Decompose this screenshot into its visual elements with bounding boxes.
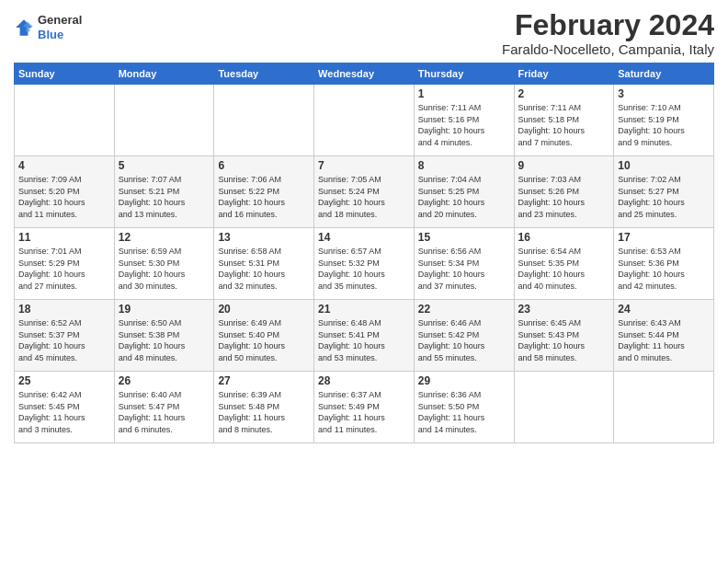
day-cell: 9Sunrise: 7:03 AM Sunset: 5:26 PM Daylig… <box>514 156 614 228</box>
day-cell: 4Sunrise: 7:09 AM Sunset: 5:20 PM Daylig… <box>15 156 115 228</box>
week-row-2: 11Sunrise: 7:01 AM Sunset: 5:29 PM Dayli… <box>15 228 714 300</box>
calendar-table: Sunday Monday Tuesday Wednesday Thursday… <box>14 63 714 443</box>
day-number: 5 <box>119 159 210 172</box>
day-cell: 2Sunrise: 7:11 AM Sunset: 5:18 PM Daylig… <box>514 85 614 156</box>
day-info: Sunrise: 6:52 AM Sunset: 5:37 PM Dayligh… <box>18 317 110 363</box>
day-number: 3 <box>618 87 710 100</box>
day-number: 16 <box>518 231 610 244</box>
col-thursday: Thursday <box>414 63 514 85</box>
day-number: 29 <box>418 374 510 387</box>
day-info: Sunrise: 7:01 AM Sunset: 5:29 PM Dayligh… <box>18 246 110 292</box>
day-cell: 26Sunrise: 6:40 AM Sunset: 5:47 PM Dayli… <box>114 372 214 443</box>
day-number: 18 <box>18 303 110 316</box>
day-cell: 14Sunrise: 6:57 AM Sunset: 5:32 PM Dayli… <box>314 228 415 300</box>
day-info: Sunrise: 6:54 AM Sunset: 5:35 PM Dayligh… <box>518 246 610 292</box>
day-number: 1 <box>418 87 510 100</box>
day-info: Sunrise: 7:02 AM Sunset: 5:27 PM Dayligh… <box>618 174 710 220</box>
day-info: Sunrise: 7:11 AM Sunset: 5:16 PM Dayligh… <box>418 102 510 148</box>
day-cell: 17Sunrise: 6:53 AM Sunset: 5:36 PM Dayli… <box>614 228 714 300</box>
logo-text: General Blue <box>38 13 82 41</box>
day-info: Sunrise: 6:48 AM Sunset: 5:41 PM Dayligh… <box>318 317 410 363</box>
day-info: Sunrise: 6:43 AM Sunset: 5:44 PM Dayligh… <box>618 317 710 363</box>
day-info: Sunrise: 6:58 AM Sunset: 5:31 PM Dayligh… <box>218 246 310 292</box>
day-number: 7 <box>318 159 410 172</box>
day-cell: 16Sunrise: 6:54 AM Sunset: 5:35 PM Dayli… <box>514 228 614 300</box>
col-sunday: Sunday <box>15 63 115 85</box>
day-number: 26 <box>119 374 210 387</box>
day-number: 6 <box>218 159 310 172</box>
day-info: Sunrise: 6:57 AM Sunset: 5:32 PM Dayligh… <box>318 246 410 292</box>
header-section: General Blue February 2024 Faraldo-Nocel… <box>14 9 714 57</box>
day-info: Sunrise: 6:50 AM Sunset: 5:38 PM Dayligh… <box>119 317 210 363</box>
day-cell <box>214 85 314 156</box>
day-number: 24 <box>618 303 710 316</box>
day-info: Sunrise: 7:04 AM Sunset: 5:25 PM Dayligh… <box>418 174 510 220</box>
day-number: 2 <box>518 87 610 100</box>
day-number: 12 <box>119 231 210 244</box>
day-info: Sunrise: 7:10 AM Sunset: 5:19 PM Dayligh… <box>618 102 710 148</box>
day-number: 25 <box>18 374 110 387</box>
day-cell: 23Sunrise: 6:45 AM Sunset: 5:43 PM Dayli… <box>514 300 614 372</box>
day-cell: 12Sunrise: 6:59 AM Sunset: 5:30 PM Dayli… <box>114 228 214 300</box>
day-info: Sunrise: 7:03 AM Sunset: 5:26 PM Dayligh… <box>518 174 610 220</box>
day-info: Sunrise: 7:07 AM Sunset: 5:21 PM Dayligh… <box>119 174 210 220</box>
col-saturday: Saturday <box>614 63 714 85</box>
day-cell <box>514 372 614 443</box>
day-cell: 19Sunrise: 6:50 AM Sunset: 5:38 PM Dayli… <box>114 300 214 372</box>
day-cell <box>614 372 714 443</box>
calendar-header: Sunday Monday Tuesday Wednesday Thursday… <box>15 63 714 85</box>
day-cell: 25Sunrise: 6:42 AM Sunset: 5:45 PM Dayli… <box>15 372 115 443</box>
day-number: 14 <box>318 231 410 244</box>
col-wednesday: Wednesday <box>314 63 415 85</box>
header-row: Sunday Monday Tuesday Wednesday Thursday… <box>15 63 714 85</box>
day-info: Sunrise: 6:37 AM Sunset: 5:49 PM Dayligh… <box>318 389 410 435</box>
day-cell <box>314 85 415 156</box>
col-tuesday: Tuesday <box>214 63 314 85</box>
day-number: 15 <box>418 231 510 244</box>
week-row-0: 1Sunrise: 7:11 AM Sunset: 5:16 PM Daylig… <box>15 85 714 156</box>
day-info: Sunrise: 6:46 AM Sunset: 5:42 PM Dayligh… <box>418 317 510 363</box>
logo-icon <box>14 17 34 38</box>
day-cell: 8Sunrise: 7:04 AM Sunset: 5:25 PM Daylig… <box>414 156 514 228</box>
day-cell: 21Sunrise: 6:48 AM Sunset: 5:41 PM Dayli… <box>314 300 415 372</box>
main-container: General Blue February 2024 Faraldo-Nocel… <box>0 0 728 448</box>
day-info: Sunrise: 6:42 AM Sunset: 5:45 PM Dayligh… <box>18 389 110 435</box>
calendar-body: 1Sunrise: 7:11 AM Sunset: 5:16 PM Daylig… <box>15 85 714 443</box>
day-cell: 27Sunrise: 6:39 AM Sunset: 5:48 PM Dayli… <box>214 372 314 443</box>
day-cell: 10Sunrise: 7:02 AM Sunset: 5:27 PM Dayli… <box>614 156 714 228</box>
day-cell: 28Sunrise: 6:37 AM Sunset: 5:49 PM Dayli… <box>314 372 415 443</box>
col-monday: Monday <box>114 63 214 85</box>
day-info: Sunrise: 6:45 AM Sunset: 5:43 PM Dayligh… <box>518 317 610 363</box>
day-cell: 5Sunrise: 7:07 AM Sunset: 5:21 PM Daylig… <box>114 156 214 228</box>
day-number: 13 <box>218 231 310 244</box>
day-info: Sunrise: 6:53 AM Sunset: 5:36 PM Dayligh… <box>618 246 710 292</box>
day-info: Sunrise: 6:49 AM Sunset: 5:40 PM Dayligh… <box>218 317 310 363</box>
day-cell: 29Sunrise: 6:36 AM Sunset: 5:50 PM Dayli… <box>414 372 514 443</box>
day-number: 20 <box>218 303 310 316</box>
day-info: Sunrise: 7:09 AM Sunset: 5:20 PM Dayligh… <box>18 174 110 220</box>
logo-general: General <box>38 13 82 28</box>
day-info: Sunrise: 6:59 AM Sunset: 5:30 PM Dayligh… <box>119 246 210 292</box>
title-block: February 2024 Faraldo-Nocelleto, Campani… <box>502 9 714 57</box>
day-cell <box>15 85 115 156</box>
logo-blue: Blue <box>38 28 82 42</box>
day-cell: 6Sunrise: 7:06 AM Sunset: 5:22 PM Daylig… <box>214 156 314 228</box>
main-title: February 2024 <box>502 9 714 41</box>
day-number: 4 <box>18 159 110 172</box>
week-row-4: 25Sunrise: 6:42 AM Sunset: 5:45 PM Dayli… <box>15 372 714 443</box>
day-info: Sunrise: 7:05 AM Sunset: 5:24 PM Dayligh… <box>318 174 410 220</box>
day-number: 11 <box>18 231 110 244</box>
day-number: 10 <box>618 159 710 172</box>
week-row-3: 18Sunrise: 6:52 AM Sunset: 5:37 PM Dayli… <box>15 300 714 372</box>
day-number: 27 <box>218 374 310 387</box>
day-cell: 7Sunrise: 7:05 AM Sunset: 5:24 PM Daylig… <box>314 156 415 228</box>
day-cell: 18Sunrise: 6:52 AM Sunset: 5:37 PM Dayli… <box>15 300 115 372</box>
day-number: 8 <box>418 159 510 172</box>
day-cell: 3Sunrise: 7:10 AM Sunset: 5:19 PM Daylig… <box>614 85 714 156</box>
day-cell: 22Sunrise: 6:46 AM Sunset: 5:42 PM Dayli… <box>414 300 514 372</box>
week-row-1: 4Sunrise: 7:09 AM Sunset: 5:20 PM Daylig… <box>15 156 714 228</box>
day-cell: 24Sunrise: 6:43 AM Sunset: 5:44 PM Dayli… <box>614 300 714 372</box>
day-cell: 1Sunrise: 7:11 AM Sunset: 5:16 PM Daylig… <box>414 85 514 156</box>
day-info: Sunrise: 6:40 AM Sunset: 5:47 PM Dayligh… <box>119 389 210 435</box>
day-number: 21 <box>318 303 410 316</box>
